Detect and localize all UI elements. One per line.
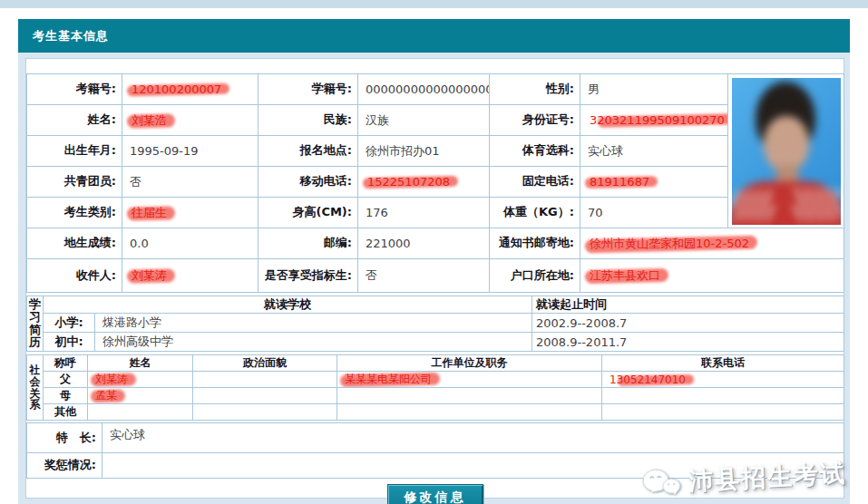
id-card-label: 身份证号: (490, 105, 580, 136)
content-panel: 考生基本信息 考籍号: 120100200007 学籍号: 0000000000… (18, 19, 850, 504)
mobile-label: 移动电话: (258, 167, 358, 198)
table-row: 姓名: 刘某浩 民族: 汉族 身份证号: 320321199509100270 (27, 105, 844, 136)
school-column-header: 就读学校 (44, 296, 532, 314)
mother-work (337, 388, 602, 404)
birth-value: 1995-09-19 (122, 136, 258, 167)
name-header: 姓名 (88, 355, 193, 372)
table-row: 出生年月: 1995-09-19 报名地点: 徐州市招办01 体育选科: 实心球 (27, 136, 844, 167)
father-work: 某某某电某阳公司 (337, 372, 602, 388)
ethnic-label: 民族: (258, 105, 358, 136)
table-row: 父 刘某涛 某某某电某阳公司 13052147010 (27, 372, 844, 388)
hukou-label: 户口所在地: (490, 259, 580, 293)
phone-header: 联系电话 (602, 355, 844, 372)
mother-relation: 母 (44, 388, 88, 404)
form-panel: 考籍号: 120100200007 学籍号: 00000000000000000… (25, 58, 844, 499)
other-name (88, 404, 193, 421)
awards-label: 奖惩情况: (27, 453, 102, 479)
category-label: 考生类别: (27, 198, 122, 228)
button-row: 修改信息 (26, 484, 844, 504)
specialty-table: 特 长: 实心球 奖惩情况: (26, 422, 844, 479)
specialty-value: 实心球 (102, 423, 844, 453)
other-phone (602, 404, 844, 421)
specialty-label: 特 长: (27, 423, 102, 453)
awards-value (102, 453, 844, 479)
primary-school-value: 煤港路小学 (95, 314, 532, 333)
table-row: 奖惩情况: (27, 453, 844, 479)
junior-stage-label: 初中: (44, 333, 95, 352)
category-value: 往届生 (122, 198, 258, 228)
postcode-label: 邮编: (258, 228, 358, 259)
student-photo (732, 78, 841, 225)
father-name: 刘某涛 (88, 372, 193, 388)
table-row: 其他 (27, 404, 844, 421)
gender-label: 性别: (490, 74, 580, 105)
quota-value: 否 (358, 259, 490, 293)
gender-value: 男 (580, 74, 728, 105)
student-no-value: 0000000000000000000 (358, 74, 490, 105)
recipient-label: 收件人: (27, 259, 122, 293)
family-side-label: 社会关系 (27, 355, 44, 421)
height-value: 176 (358, 198, 490, 228)
ethnic-value: 汉族 (358, 105, 490, 136)
modify-info-button[interactable]: 修改信息 (387, 484, 483, 504)
exam-no-label: 考籍号: (27, 74, 122, 105)
other-relation: 其他 (44, 404, 88, 421)
mail-addr-label: 通知书邮寄地: (490, 228, 580, 259)
exam-no-value: 120100200007 (122, 74, 258, 105)
pe-option-label: 体育选科: (490, 136, 580, 167)
reg-place-label: 报名地点: (258, 136, 358, 167)
name-label: 姓名: (27, 105, 122, 136)
education-side-label: 学习简历 (27, 296, 44, 352)
pe-option-value: 实心球 (580, 136, 728, 167)
table-row: 初中: 徐州高级中学 2008.9--2011.7 (27, 333, 844, 352)
mail-addr-value: 徐州市黄山垄家和园10-2-502 (580, 228, 844, 259)
relation-header: 称呼 (44, 355, 88, 372)
table-row: 地生成绩: 0.0 邮编: 221000 通知书邮寄地: 徐州市黄山垄家和园10… (27, 228, 844, 259)
reg-place-value: 徐州市招办01 (358, 136, 490, 167)
basic-info-table: 考籍号: 120100200007 学籍号: 00000000000000000… (26, 73, 844, 293)
table-row: 考籍号: 120100200007 学籍号: 00000000000000000… (27, 74, 844, 105)
name-value: 刘某浩 (122, 105, 258, 136)
recipient-value: 刘某涛 (122, 259, 258, 293)
work-header: 工作单位及职务 (337, 355, 602, 372)
father-phone: 13052147010 (602, 372, 844, 388)
blurred-portrait (732, 78, 841, 225)
politics-header: 政治面貌 (193, 355, 337, 372)
other-work (337, 404, 602, 421)
section-header: 考生基本信息 (18, 19, 850, 53)
weight-value: 70 (580, 198, 728, 228)
bio-geo-value: 0.0 (122, 228, 258, 259)
period-column-header: 就读起止时间 (532, 296, 844, 314)
family-table: 社会关系 称呼 姓名 政治面貌 工作单位及职务 联系电话 父 刘某涛 某某某电某… (26, 354, 844, 421)
table-row: 收件人: 刘某涛 是否享受指标生: 否 户口所在地: 江苏丰县欢口 (27, 259, 844, 293)
birth-label: 出生年月: (27, 136, 122, 167)
hukou-value: 江苏丰县欢口 (580, 259, 844, 293)
table-row: 学习简历 就读学校 就读起止时间 (27, 296, 844, 314)
mobile-value: 15225107208 (358, 167, 490, 198)
primary-period-value: 2002.9--2008.7 (532, 314, 844, 333)
weight-label: 体重（KG）: (490, 198, 580, 228)
table-row: 考生类别: 往届生 身高(CM): 176 体重（KG）: 70 (27, 198, 844, 228)
father-politics (193, 372, 337, 388)
primary-stage-label: 小学: (44, 314, 95, 333)
other-politics (193, 404, 337, 421)
table-row: 特 长: 实心球 (27, 423, 844, 453)
father-relation: 父 (44, 372, 88, 388)
fixed-phone-label: 固定电话: (490, 167, 580, 198)
education-table: 学习简历 就读学校 就读起止时间 小学: 煤港路小学 2002.9--2008.… (26, 296, 844, 352)
mother-politics (193, 388, 337, 404)
height-label: 身高(CM): (258, 198, 358, 228)
id-card-value: 320321199509100270 (580, 105, 728, 136)
bio-geo-label: 地生成绩: (27, 228, 122, 259)
fixed-phone-value: 81911687 (580, 167, 728, 198)
postcode-value: 221000 (358, 228, 490, 259)
mother-phone (602, 388, 844, 404)
table-row: 小学: 煤港路小学 2002.9--2008.7 (27, 314, 844, 333)
junior-school-value: 徐州高级中学 (95, 333, 532, 352)
mother-name: 孟某 (88, 388, 193, 404)
league-value: 否 (122, 167, 258, 198)
table-row: 社会关系 称呼 姓名 政治面貌 工作单位及职务 联系电话 (27, 355, 844, 372)
quota-label: 是否享受指标生: (258, 259, 358, 293)
table-row: 母 孟某 (27, 388, 844, 404)
top-strip (0, 0, 868, 8)
